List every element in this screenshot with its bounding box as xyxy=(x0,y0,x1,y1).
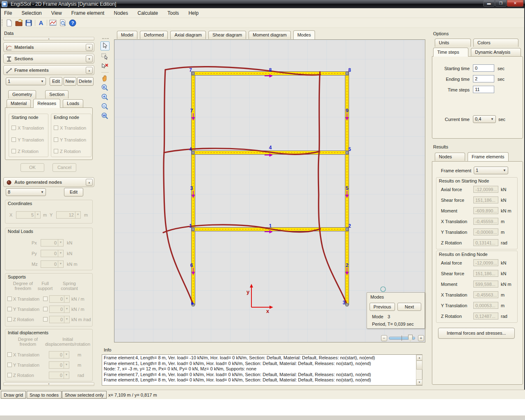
tab-loads[interactable]: Loads xyxy=(63,99,83,107)
delete-frame-element-button[interactable]: Delete xyxy=(77,77,94,86)
menu-view[interactable]: View xyxy=(47,8,66,18)
select-tool-icon[interactable] xyxy=(100,41,110,50)
tab-model[interactable]: Model xyxy=(117,31,137,39)
scrollbar-thumb[interactable] xyxy=(416,361,422,370)
tab-moment-diagram[interactable]: Moment diagram xyxy=(249,31,291,39)
tab-time-steps[interactable]: Time steps xyxy=(433,48,468,57)
mode-value: 3 xyxy=(388,314,390,319)
node-dot-icon xyxy=(6,180,12,185)
model-canvas[interactable]: 7 8 8 7 9 4 4 5 3 5 1 1 2 6 2 3 xyxy=(114,39,425,342)
scroll-up-icon[interactable]: ▲ xyxy=(416,355,422,361)
new-frame-element-button[interactable]: New xyxy=(64,77,76,86)
supports-col-dof: Degree of freedom xyxy=(10,281,36,291)
zoom-slider-thumb[interactable] xyxy=(408,335,413,341)
tab-material[interactable]: Material xyxy=(7,99,31,107)
tab-geometry[interactable]: Geometry xyxy=(8,90,36,98)
menu-help[interactable]: Help xyxy=(184,8,203,18)
tab-deformed[interactable]: Deformed xyxy=(140,31,168,39)
menu-selection[interactable]: Selection xyxy=(17,8,46,18)
menu-calculate[interactable]: Calculate xyxy=(133,8,162,18)
internal-forces-button[interactable]: Internal forces and stresses... xyxy=(438,328,515,339)
current-time-select[interactable]: 0,4 ▼ xyxy=(473,115,496,123)
end-z-rotation-checkbox xyxy=(54,149,58,153)
tab-colors[interactable]: Colors xyxy=(473,39,518,47)
show-selected-only-toggle[interactable]: Show selected only xyxy=(62,391,107,399)
help-icon[interactable]: ? xyxy=(68,19,77,27)
tab-nodes-results[interactable]: Nodes xyxy=(435,153,465,161)
font-icon[interactable]: A xyxy=(37,19,45,27)
chevron-down-icon: ▼ xyxy=(58,250,63,257)
zoom-out-icon[interactable]: − xyxy=(100,102,110,111)
frame-element-tabs-row2: Material Releases Loads xyxy=(7,99,84,108)
materials-expand-button[interactable]: ▾ xyxy=(86,44,93,51)
auto-nodes-collapse-button[interactable]: ▴ xyxy=(86,179,93,186)
start-x-translation-checkbox xyxy=(11,126,16,130)
coordinate-x-unit: m xyxy=(43,212,47,217)
scroll-down-icon[interactable]: ▼ xyxy=(416,379,422,385)
tab-dynamic-analysis[interactable]: Dynamic Analysis xyxy=(471,48,521,56)
result-label: Axial force xyxy=(441,187,462,192)
panel-scroll-strip[interactable]: ▾ xyxy=(3,382,94,386)
print-preview-icon[interactable] xyxy=(59,19,67,27)
result-row-axial-end: Axial force -12,0099... kN xyxy=(441,259,519,267)
frame-elements-section-header[interactable]: Frame elements ▴ xyxy=(3,65,94,75)
menu-frame-element[interactable]: Frame element xyxy=(67,8,109,18)
initial-y-input: 0▼ xyxy=(49,361,69,369)
result-value: 0,12487... xyxy=(473,313,498,320)
deselect-tool-icon[interactable] xyxy=(100,62,110,71)
open-file-icon[interactable] xyxy=(15,19,23,27)
coordinate-x-value: 5 xyxy=(31,212,34,217)
auto-nodes-section-header[interactable]: Auto generated nodes ▴ xyxy=(3,177,94,187)
menu-tools[interactable]: Tools xyxy=(163,8,183,18)
frame-element-select[interactable]: 1 ▼ xyxy=(6,78,46,85)
ending-time-input[interactable]: 2 xyxy=(473,75,494,82)
tab-axial-diagram[interactable]: Axial diagram xyxy=(170,31,206,39)
zoom-window-icon[interactable]: W xyxy=(100,112,110,121)
restore-button[interactable]: ❐ xyxy=(495,0,507,7)
draw-grid-toggle[interactable]: Draw grid xyxy=(1,391,26,399)
sections-section-header[interactable]: Sections ▾ xyxy=(3,54,94,64)
tab-section[interactable]: Section xyxy=(45,90,68,98)
ending-time-value: 2 xyxy=(475,76,477,81)
tab-shear-diagram[interactable]: Shear diagram xyxy=(208,31,246,39)
time-steps-input[interactable]: 11 xyxy=(473,86,494,93)
tab-releases[interactable]: Releases xyxy=(33,99,60,108)
materials-section-header[interactable]: Materials ▾ xyxy=(3,42,94,52)
zoom-in-button[interactable]: + xyxy=(418,335,424,341)
info-scrollbar[interactable]: ▲ ▼ xyxy=(416,355,422,385)
axis-y-label: y xyxy=(247,289,250,295)
save-file-icon[interactable] xyxy=(25,19,33,27)
panel-collapse-strip[interactable]: ▴ xyxy=(3,37,94,41)
previous-mode-button[interactable]: Previous xyxy=(370,303,395,311)
chevron-down-icon: ▼ xyxy=(58,261,63,267)
box-select-tool-icon[interactable] xyxy=(100,52,110,61)
starting-time-input[interactable]: 0 xyxy=(473,64,494,72)
close-button[interactable]: ✕ xyxy=(507,0,523,7)
result-frame-element-select[interactable]: 1 ▼ xyxy=(474,167,508,174)
frame-elements-collapse-button[interactable]: ▴ xyxy=(86,67,93,74)
zoom-out-button[interactable]: − xyxy=(381,335,387,341)
toolbar-separator xyxy=(35,20,35,26)
auto-node-select[interactable]: 8 ▼ xyxy=(6,188,46,196)
snap-to-nodes-toggle[interactable]: Snap to nodes xyxy=(27,391,62,399)
pan-tool-icon[interactable] xyxy=(100,74,110,83)
zoom-in-icon[interactable]: + xyxy=(100,93,110,102)
support-z-spring-input: 0▼ xyxy=(49,316,70,323)
edit-frame-element-button[interactable]: Edit xyxy=(50,77,62,86)
tab-units[interactable]: Units xyxy=(435,39,471,47)
result-unit: rad xyxy=(501,240,507,245)
sections-expand-button[interactable]: ▾ xyxy=(86,55,93,62)
tab-frame-elements-results[interactable]: Frame elements xyxy=(468,152,508,161)
zoom-extents-icon[interactable]: E xyxy=(100,83,110,92)
new-document-icon[interactable] xyxy=(5,19,13,27)
time-steps-label: Time steps xyxy=(444,87,470,92)
minimize-button[interactable]: ▬ xyxy=(483,0,495,7)
tab-modes[interactable]: Modes xyxy=(293,30,315,39)
result-frame-element-value: 1 xyxy=(476,168,478,173)
edit-node-button[interactable]: Edit xyxy=(64,188,83,196)
starting-node-results-title: Results on Starting Node xyxy=(439,178,489,183)
menu-file[interactable]: File xyxy=(0,8,16,18)
next-mode-button[interactable]: Next xyxy=(397,303,421,311)
menu-nodes[interactable]: Nodes xyxy=(110,8,132,18)
chart-icon[interactable] xyxy=(49,19,57,27)
